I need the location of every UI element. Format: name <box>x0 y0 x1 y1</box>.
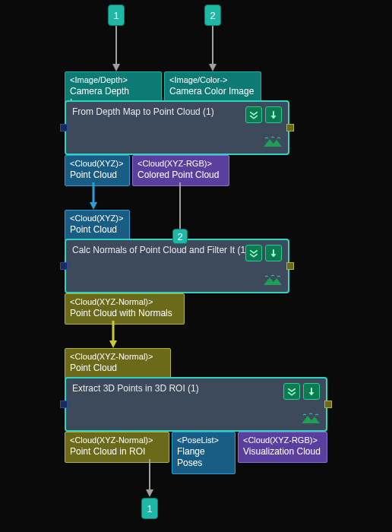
port-name: Point Cloud <box>70 224 125 236</box>
preview-icon <box>302 411 320 426</box>
port-anchor-right[interactable] <box>324 401 332 408</box>
port-pointcloud-xyz[interactable]: <Cloud(XYZ)> Point Cloud <box>65 155 130 186</box>
port-anchor-left[interactable] <box>60 124 68 131</box>
port-type: <Cloud(XYZ)> <box>70 159 125 169</box>
node-title: From Depth Map to Point Cloud (1) <box>72 106 214 117</box>
svg-marker-7 <box>90 202 97 210</box>
input-terminal-2[interactable]: 2 <box>204 5 221 26</box>
svg-marker-13 <box>109 340 117 348</box>
port-type: <Cloud(XYZ)> <box>70 214 125 224</box>
terminal-label: 1 <box>147 503 152 515</box>
port-type: <Image/Color-> <box>169 75 256 86</box>
expand-button[interactable] <box>283 383 300 400</box>
port-pointcloud-roi[interactable]: <Cloud(XYZ-Normal)> Point Cloud in ROI <box>65 432 169 463</box>
port-anchor-right[interactable] <box>286 124 294 131</box>
port-pointcloud-xyz-in[interactable]: <Cloud(XYZ)> Point Cloud <box>65 210 130 241</box>
terminal-label: 1 <box>113 10 119 21</box>
run-button[interactable] <box>265 245 282 261</box>
run-button[interactable] <box>265 106 282 123</box>
port-anchor-left[interactable] <box>60 401 68 408</box>
port-name: Point Cloud <box>70 363 166 374</box>
port-pointcloud-normals[interactable]: <Cloud(XYZ-Normal)> Point Cloud with Nor… <box>65 293 185 325</box>
svg-marker-1 <box>112 64 120 71</box>
port-type: <Cloud(XYZ-RGB)> <box>243 435 322 446</box>
svg-marker-17 <box>146 489 153 497</box>
node-graph-canvas[interactable]: 1 2 <Image/Depth> Camera Depth Image <Im… <box>0 0 392 532</box>
port-colored-pointcloud[interactable]: <Cloud(XYZ-RGB)> Colored Point Cloud <box>132 155 229 186</box>
node-title: Extract 3D Points in 3D ROI (1) <box>72 383 199 394</box>
port-type: <Cloud(XYZ-Normal)> <box>70 435 164 446</box>
port-type: <Image/Depth> <box>70 75 156 86</box>
svg-marker-15 <box>308 392 314 395</box>
output-terminal-1[interactable]: 1 <box>141 498 158 519</box>
port-name: Point Cloud with Normals <box>70 308 179 319</box>
badge-label: 2 <box>177 231 182 242</box>
port-name: Visualization Cloud <box>243 446 322 458</box>
port-name: Point Cloud in ROI <box>70 446 164 458</box>
node-calc-normals[interactable]: Calc Normals of Point Cloud and Filter I… <box>65 239 289 293</box>
port-flange-poses[interactable]: <PoseList> Flange Poses <box>172 432 236 474</box>
port-visualization-cloud[interactable]: <Cloud(XYZ-RGB)> Visualization Cloud <box>238 432 327 463</box>
preview-icon <box>264 273 282 287</box>
node-extract-3d-roi[interactable]: Extract 3D Points in 3D ROI (1) <box>65 377 327 432</box>
svg-marker-11 <box>270 254 276 257</box>
input-terminal-1[interactable]: 1 <box>108 5 125 26</box>
port-type: <Cloud(XYZ-Normal)> <box>70 297 179 308</box>
port-type: <Cloud(XYZ-Normal)> <box>70 352 166 363</box>
port-name: Camera Color Image <box>169 86 256 97</box>
port-type: <PoseList> <box>177 435 230 446</box>
preview-icon <box>264 135 282 149</box>
port-anchor-right[interactable] <box>286 262 294 270</box>
svg-marker-3 <box>209 64 217 71</box>
expand-button[interactable] <box>245 106 262 123</box>
port-name: Colored Point Cloud <box>138 169 224 181</box>
expand-button[interactable] <box>245 245 262 261</box>
port-anchor-left[interactable] <box>60 262 68 270</box>
run-button[interactable] <box>303 383 320 400</box>
svg-marker-5 <box>270 116 276 119</box>
terminal-label: 2 <box>210 10 215 21</box>
port-pointcloud-normals-in[interactable]: <Cloud(XYZ-Normal)> Point Cloud <box>65 348 171 379</box>
port-name: Point Cloud <box>70 169 125 181</box>
node-from-depth-to-pointcloud[interactable]: From Depth Map to Point Cloud (1) <box>65 100 289 155</box>
port-type: <Cloud(XYZ-RGB)> <box>138 159 224 169</box>
node-badge: 2 <box>172 229 188 244</box>
node-title: Calc Normals of Point Cloud and Filter I… <box>72 245 248 255</box>
port-camera-color[interactable]: <Image/Color-> Camera Color Image <box>164 71 261 103</box>
port-name: Flange Poses <box>177 446 230 469</box>
